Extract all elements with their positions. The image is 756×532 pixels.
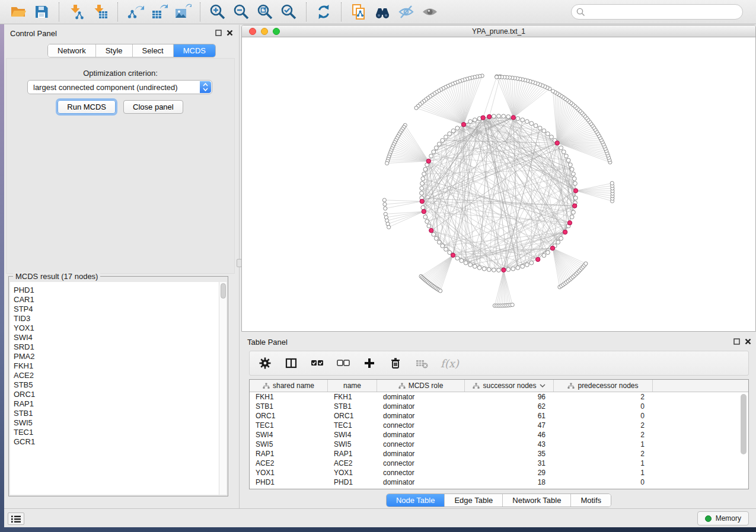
zoom-in-icon[interactable] [208, 2, 228, 21]
show-all-icon[interactable] [420, 2, 440, 21]
column-header-shared-name[interactable]: shared name [250, 380, 328, 392]
graph-node[interactable] [511, 303, 514, 306]
graph-node[interactable] [570, 215, 574, 219]
column-header-predecessor-nodes[interactable]: predecessor nodes [554, 380, 653, 392]
graph-node[interactable] [434, 236, 438, 241]
graph-node[interactable] [584, 262, 588, 265]
graph-node[interactable] [546, 132, 550, 136]
graph-node[interactable] [461, 122, 465, 126]
tab-network[interactable]: Network [48, 44, 96, 57]
graph-node[interactable] [382, 198, 386, 202]
optimization-criterion-dropdown[interactable]: largest connected component (undirected) [27, 80, 212, 94]
table-row[interactable]: ORC1ORC1dominator610 [250, 411, 748, 421]
graph-node[interactable] [502, 114, 506, 118]
mcds-list-scrollbar[interactable] [219, 282, 227, 495]
graph-node[interactable] [521, 264, 525, 268]
graph-node[interactable] [562, 150, 566, 154]
graph-node[interactable] [384, 207, 387, 210]
graph-node[interactable] [506, 268, 511, 272]
graph-node[interactable] [481, 116, 485, 120]
graph-node[interactable] [550, 135, 554, 139]
graph-node[interactable] [429, 228, 433, 232]
zoom-out-icon[interactable] [231, 2, 251, 21]
graph-node[interactable] [492, 268, 496, 272]
graph-node[interactable] [572, 172, 576, 176]
graph-node[interactable] [420, 181, 425, 185]
close-panel-icon[interactable] [227, 29, 233, 38]
float-panel-icon[interactable] [733, 338, 740, 347]
graph-node[interactable] [563, 230, 567, 234]
mcds-result-item[interactable]: STB1 [14, 409, 219, 418]
mcds-result-item[interactable]: CAR1 [14, 295, 219, 305]
delete-table-icon[interactable] [414, 355, 429, 371]
graph-node[interactable] [468, 262, 473, 267]
graph-node[interactable] [511, 267, 515, 271]
mcds-result-item[interactable]: RAP1 [14, 399, 219, 409]
export-network-icon[interactable] [125, 2, 145, 21]
graph-node[interactable] [426, 159, 430, 163]
graph-node[interactable] [429, 154, 433, 158]
graph-node[interactable] [534, 124, 538, 128]
column-header-MCDS-role[interactable]: MCDS role [377, 380, 465, 392]
graph-node[interactable] [451, 129, 455, 133]
table-row[interactable]: SWI4SWI4dominator462 [250, 430, 748, 440]
table-scrollbar-thumb[interactable] [741, 394, 747, 454]
graph-node[interactable] [573, 204, 577, 208]
duplicate-network-icon[interactable] [349, 2, 369, 21]
export-image-icon[interactable] [173, 2, 193, 21]
graph-node[interactable] [542, 254, 546, 258]
graph-node[interactable] [559, 236, 563, 241]
graph-node[interactable] [384, 212, 387, 216]
graph-node[interactable] [420, 186, 424, 190]
graph-node[interactable] [423, 215, 428, 219]
graph-node[interactable] [535, 257, 540, 261]
close-panel-icon[interactable] [745, 338, 751, 347]
mcds-result-item[interactable]: SWI4 [14, 333, 219, 342]
graph-node[interactable] [511, 116, 515, 120]
show-panels-button[interactable] [8, 512, 24, 525]
mcds-result-item[interactable]: STB5 [14, 380, 219, 390]
graph-node[interactable] [492, 114, 496, 118]
graph-node[interactable] [439, 289, 442, 293]
graph-node[interactable] [525, 262, 529, 267]
graph-node[interactable] [559, 146, 563, 150]
refresh-icon[interactable] [314, 2, 334, 21]
graph-node[interactable] [573, 188, 578, 193]
graph-node[interactable] [529, 261, 534, 265]
mcds-list-scrollbar-thumb[interactable] [221, 283, 226, 299]
graph-node[interactable] [566, 158, 570, 162]
memory-button[interactable]: Memory [697, 511, 749, 525]
tab-edge-table[interactable]: Edge Table [445, 494, 503, 507]
tab-motifs[interactable]: Motifs [571, 494, 611, 507]
save-session-icon[interactable] [31, 2, 52, 21]
mcds-result-item[interactable]: SWI5 [14, 418, 219, 428]
open-file-icon[interactable] [8, 2, 28, 21]
graph-node[interactable] [555, 141, 559, 145]
graph-node[interactable] [422, 209, 426, 213]
graph-node[interactable] [455, 126, 460, 130]
graph-node[interactable] [432, 232, 436, 236]
graph-node[interactable] [568, 163, 572, 167]
graph-node[interactable] [573, 196, 578, 200]
table-row[interactable]: TEC1TEC1connector472 [250, 421, 748, 430]
table-row[interactable]: PHD1PHD1dominator180 [250, 477, 748, 487]
graph-node[interactable] [464, 261, 468, 265]
graph-node[interactable] [425, 219, 429, 223]
graph-node[interactable] [444, 135, 448, 139]
graph-node[interactable] [383, 203, 387, 206]
table-row[interactable]: ACE2ACE2connector311 [250, 459, 748, 468]
graph-node[interactable] [506, 115, 511, 119]
graph-node[interactable] [567, 220, 572, 225]
graph-node[interactable] [420, 199, 424, 203]
table-row[interactable]: STB1STB1dominator620 [250, 402, 748, 411]
graph-node[interactable] [421, 206, 425, 210]
graph-node[interactable] [477, 266, 481, 270]
graph-node[interactable] [497, 268, 501, 273]
tab-network-table[interactable]: Network Table [503, 494, 571, 507]
column-header-successor-nodes[interactable]: successor nodes [465, 380, 554, 392]
graph-node[interactable] [432, 150, 436, 154]
run-mcds-button[interactable]: Run MCDS [58, 100, 116, 114]
mcds-result-item[interactable]: GCR1 [14, 437, 219, 447]
zoom-selected-icon[interactable] [279, 2, 299, 21]
close-panel-button[interactable]: Close panel [123, 100, 183, 114]
